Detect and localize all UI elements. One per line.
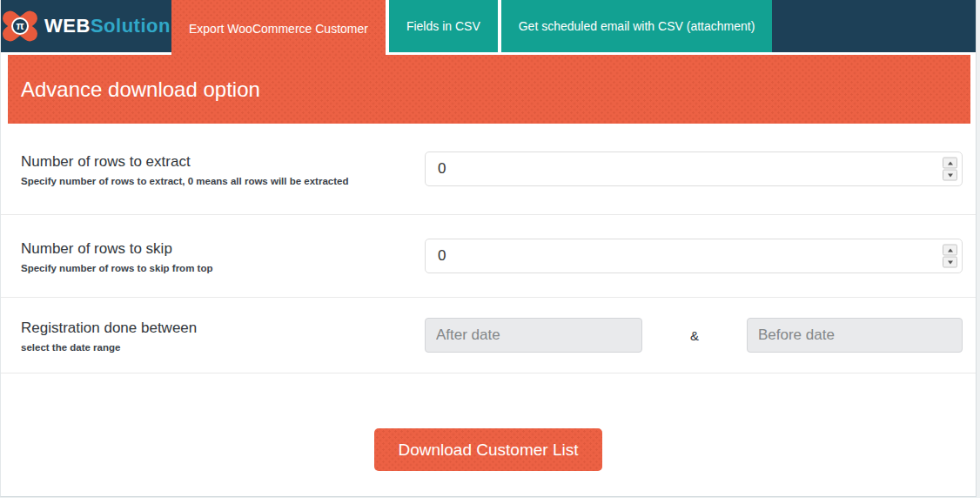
section-title: Advance download option	[8, 77, 260, 102]
plugin-page: π WEBSolution Export WooCommerce Custome…	[0, 0, 977, 497]
row-control	[425, 151, 963, 186]
row-labels: Number of rows to skip Specify number of…	[21, 239, 425, 273]
rows-to-extract-description: Specify number of rows to extract, 0 mea…	[21, 176, 407, 186]
tab-fields-in-csv[interactable]: Fields in CSV	[386, 0, 498, 52]
registration-range-label: Registration done between	[21, 318, 407, 340]
date-range-control: &	[425, 318, 963, 353]
number-spinner	[943, 245, 957, 268]
row-registration-range: Registration done between select the dat…	[1, 298, 976, 374]
top-nav-bar: π WEBSolution Export WooCommerce Custome…	[1, 0, 976, 52]
rows-to-extract-label: Number of rows to extract	[21, 151, 407, 173]
spin-up-button[interactable]	[943, 245, 957, 256]
spin-down-button[interactable]	[943, 257, 957, 268]
row-rows-to-extract: Number of rows to extract Specify number…	[1, 124, 976, 215]
spin-up-button[interactable]	[943, 158, 957, 169]
number-spinner	[943, 158, 957, 181]
rows-to-extract-input[interactable]	[425, 151, 963, 186]
number-input-wrapper	[425, 151, 963, 186]
tab-scheduled-email-csv[interactable]: Get scheduled email with CSV (attachment…	[498, 0, 773, 52]
rows-to-skip-input[interactable]	[425, 239, 963, 273]
row-labels: Registration done between select the dat…	[21, 318, 425, 353]
footer-area: Download Customer List	[1, 374, 976, 496]
section-banner: Advance download option	[8, 55, 970, 124]
rows-to-skip-description: Specify number of rows to skip from top	[21, 263, 407, 273]
download-customer-list-button[interactable]: Download Customer List	[374, 428, 603, 471]
before-date-input[interactable]	[747, 318, 963, 353]
top-nav-filler	[772, 0, 976, 52]
row-rows-to-skip: Number of rows to skip Specify number of…	[1, 215, 976, 298]
after-date-input[interactable]	[425, 318, 642, 353]
spin-down-button[interactable]	[943, 170, 957, 181]
brand-name-web: WEB	[44, 15, 91, 37]
registration-range-description: select the date range	[21, 342, 407, 353]
brand-pi-icon: π	[2, 9, 38, 44]
row-labels: Number of rows to extract Specify number…	[21, 151, 425, 186]
number-input-wrapper	[425, 239, 963, 273]
row-control	[425, 239, 963, 273]
brand-name-solution: Solution	[91, 15, 171, 37]
tab-export-woocommerce-customer[interactable]: Export WooCommerce Customer	[171, 0, 386, 57]
rows-to-skip-label: Number of rows to skip	[21, 239, 407, 260]
brand-logo: π WEBSolution	[1, 0, 171, 52]
pi-symbol: π	[11, 17, 29, 35]
ampersand-separator: &	[690, 328, 699, 343]
